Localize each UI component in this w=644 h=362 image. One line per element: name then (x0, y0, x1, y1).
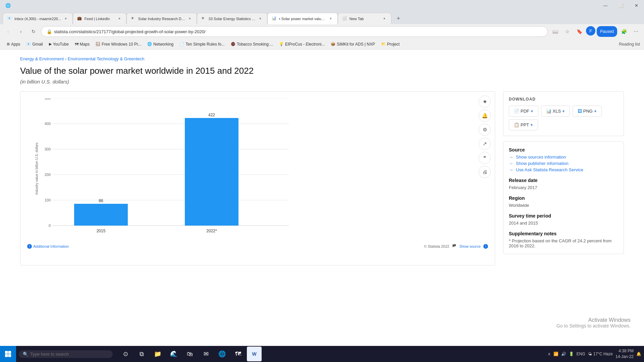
png-plus: + (594, 109, 597, 114)
tab-close-2[interactable]: × (117, 16, 122, 21)
taskbar-mail-icon[interactable]: ✉ (199, 347, 213, 361)
tab-close-5[interactable]: × (328, 16, 333, 21)
search-input[interactable] (30, 352, 104, 357)
settings-button[interactable]: ⚙ (479, 124, 491, 136)
bookmark-project[interactable]: 📁 Project (378, 41, 402, 48)
ppt-icon: 📋 (514, 122, 519, 127)
reading-view-icon[interactable]: 📖 (550, 26, 560, 37)
refresh-button[interactable]: ↻ (28, 26, 39, 37)
share-button[interactable]: ↗ (479, 138, 491, 150)
bookmark-networking[interactable]: 🌐 Networking (145, 41, 176, 48)
show-source-link[interactable]: Show source (459, 244, 481, 248)
minimize-button[interactable]: — (598, 0, 613, 11)
release-date-section: Release date February 2017 (509, 178, 618, 190)
weather-icon: 🌤 (588, 352, 592, 356)
svg-text:500: 500 (45, 98, 51, 100)
notification-icon[interactable]: 🔔 (636, 352, 641, 356)
taskbar-maps-icon[interactable]: 🗺 (231, 347, 246, 361)
show-sources-link[interactable]: →Show sources information (509, 155, 618, 160)
tab-2[interactable]: 💼 Feed | LinkedIn × (73, 13, 126, 24)
download-ppt-button[interactable]: 📋 PPT + (509, 119, 538, 130)
volume-icon[interactable]: 🔊 (561, 352, 566, 356)
download-pdf-button[interactable]: 📄 PDF + (509, 106, 538, 117)
elprocus-favicon: 💡 (279, 42, 284, 46)
arrow-icon: → (509, 161, 513, 166)
tab-close-1[interactable]: × (63, 16, 68, 21)
y-axis-label: Industry value in billion U.S. dollars (35, 142, 39, 195)
taskbar-word-icon[interactable]: W (247, 347, 262, 361)
download-xls-button[interactable]: 📊 XLS + (541, 106, 570, 117)
xls-plus: + (562, 109, 565, 114)
breadcrumb-link-1[interactable]: Energy & Environment (20, 56, 64, 61)
clock-display[interactable]: 4:38 PM 14-Jan-22 (615, 348, 634, 360)
start-button[interactable] (0, 346, 16, 362)
tab-1[interactable]: 📧 Inbox (4,300) - maamir220... × (3, 13, 73, 24)
activate-watermark: Activate Windows Go to Settings to activ… (556, 317, 631, 328)
taskbar-task-view-icon[interactable]: ⧉ (134, 347, 149, 361)
ask-statista-link[interactable]: →Use Ask Statista Research Service (509, 167, 618, 172)
tab-4[interactable]: ☀ 33 Solar Energy Statistics Y... × (197, 13, 267, 24)
taskbar-file-explorer-icon[interactable]: 📁 (150, 347, 165, 361)
youtube-favicon: ▶ (49, 42, 52, 46)
paused-badge[interactable]: Paused (597, 26, 617, 37)
bookmark-youtube[interactable]: ▶ YouTube (46, 41, 71, 48)
taskbar-search-icon[interactable]: ⊙ (118, 347, 133, 361)
close-button[interactable]: ✕ (629, 0, 644, 11)
battery-icon[interactable]: 🔋 (569, 352, 574, 356)
show-publisher-link[interactable]: →Show publisher information (509, 161, 618, 166)
taskbar-store-icon[interactable]: 🛍 (182, 347, 197, 361)
bookmark-chart-button[interactable]: ★ (479, 96, 491, 108)
bookmark-simple-rules[interactable]: 📄 Ten Simple Rules fo... (177, 41, 227, 48)
activate-title: Activate Windows (556, 317, 631, 323)
png-label: PNG (583, 109, 593, 114)
bookmark-maps[interactable]: 🗺 Maps (72, 41, 92, 48)
taskbar-edge-icon[interactable]: 🌊 (166, 347, 181, 361)
tab-close-3[interactable]: × (187, 16, 193, 21)
download-png-button[interactable]: 🖼 PNG + (573, 106, 602, 117)
cite-button[interactable]: ❝ (479, 152, 491, 164)
profile-icon[interactable]: F (586, 26, 595, 36)
windows10-favicon: 🪟 (96, 42, 100, 46)
region-heading: Region (509, 195, 618, 201)
source-info-icon: i (483, 244, 488, 249)
forward-button[interactable]: › (15, 26, 26, 37)
network-icon[interactable]: 📶 (553, 352, 558, 356)
extensions-icon[interactable]: 🧩 (619, 26, 629, 37)
tab-3[interactable]: ☀ Solar Industry Research Da... × (126, 13, 197, 24)
page-subtitle: (in billion U.S. dollars) (20, 79, 624, 84)
chart-actions: ★ 🔔 ⚙ ↗ ❝ 🖨 (479, 96, 491, 178)
back-button[interactable]: ‹ (3, 26, 13, 37)
bookmark-tobacco[interactable]: 🚭 Tobacco Smoking:... (228, 41, 276, 48)
address-input[interactable]: 🔒 statista.com/statistics/217177/global-… (41, 26, 548, 37)
breadcrumb-link-2[interactable]: Environmental Technology & Greentech (68, 56, 145, 61)
notes-value: * Projection based on the CAGR of 24.2 p… (509, 238, 618, 248)
taskbar-search[interactable]: 🔍 (19, 350, 113, 358)
notes-section: Supplementary notes * Projection based o… (509, 231, 618, 248)
tab-5[interactable]: 📊 • Solar power market value... × (267, 13, 338, 24)
additional-info-link[interactable]: i Additional Information (27, 244, 69, 249)
bookmark-apps[interactable]: ⊞ Apps (4, 41, 23, 48)
bookmark-windows10[interactable]: 🪟 Free Windows 10 Pr... (93, 41, 144, 48)
maximize-button[interactable]: ⬜ (613, 0, 629, 11)
bookmark-elprocus[interactable]: 💡 ElProCus - Electroni... (276, 41, 327, 48)
activate-subtitle: Go to Settings to activate Windows. (556, 323, 631, 328)
networking-favicon: 🌐 (147, 42, 152, 46)
tab-close-6[interactable]: × (382, 16, 387, 21)
alert-button[interactable]: 🔔 (479, 110, 491, 122)
taskbar-chrome-icon[interactable]: 🌐 (215, 347, 229, 361)
new-tab-button[interactable]: + (393, 13, 404, 24)
tab-6[interactable]: ⬜ New Tab × (338, 13, 391, 24)
menu-icon[interactable]: ⋯ (631, 26, 641, 37)
favorite-icon[interactable]: ☆ (562, 26, 573, 37)
up-arrow-icon[interactable]: ∧ (548, 352, 551, 356)
bookmark-simkit[interactable]: 📦 SiMKit for ADS | NXP (328, 41, 378, 48)
tab-close-4[interactable]: × (258, 16, 263, 21)
collections-icon[interactable]: 🔖 (574, 26, 585, 37)
lang-indicator[interactable]: ENG (577, 352, 585, 356)
chart-footer: i Additional Information © Statista 2022… (27, 244, 488, 249)
tobacco-favicon: 🚭 (231, 42, 235, 46)
tab-bar: 📧 Inbox (4,300) - maamir220... × 💼 Feed … (0, 11, 644, 24)
print-button[interactable]: 🖨 (479, 166, 491, 178)
reading-list-btn[interactable]: Reading list (619, 42, 640, 47)
bookmark-gmail[interactable]: 📧 Gmail (23, 41, 45, 48)
